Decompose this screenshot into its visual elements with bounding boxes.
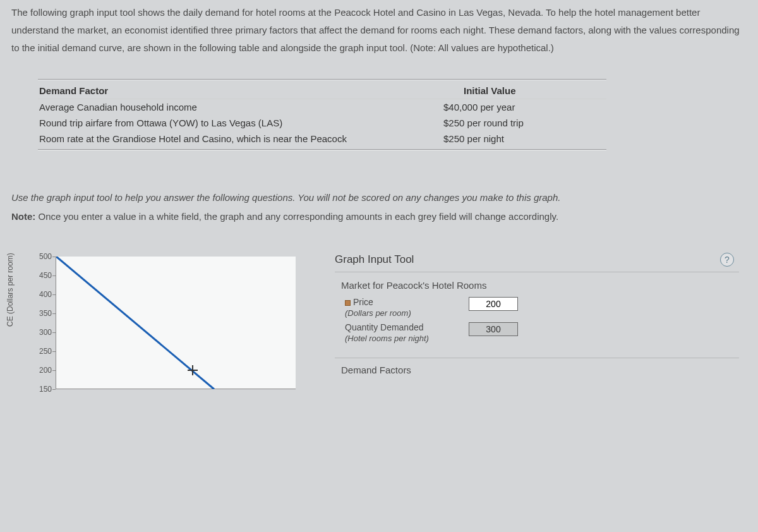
- factor-cell: Room rate at the Grandiose Hotel and Cas…: [39, 133, 443, 144]
- table-row: Average Canadian household income $40,00…: [38, 99, 606, 115]
- demand-factors-section-label: Demand Factors: [341, 365, 733, 375]
- factor-cell: Round trip airfare from Ottawa (YOW) to …: [39, 118, 443, 128]
- factor-cell: Average Canadian household income: [39, 102, 443, 112]
- y-tick-mark: [52, 389, 56, 390]
- price-input[interactable]: [469, 297, 518, 311]
- instruction-line-1: Use the graph input tool to help you ans…: [11, 188, 747, 207]
- table-header-row: Demand Factor Initial Value: [38, 83, 606, 99]
- quantity-field-row: Quantity Demanded (Hotel rooms per night…: [341, 322, 733, 344]
- intro-paragraph: The following graph input tool shows the…: [0, 0, 758, 56]
- graph-input-panel: Graph Input Tool ? Market for Peacock's …: [335, 253, 752, 398]
- price-label: Price (Dollars per room): [345, 297, 459, 318]
- y-tick-label: 350: [34, 309, 52, 318]
- table-row: Room rate at the Grandiose Hotel and Cas…: [38, 131, 606, 147]
- help-icon[interactable]: ?: [720, 253, 734, 267]
- y-tick-label: 400: [34, 290, 52, 299]
- table-row: Round trip airfare from Ottawa (YOW) to …: [38, 115, 606, 131]
- demand-chart[interactable]: CE (Dollars per room) 500450400350300250…: [13, 253, 310, 398]
- panel-subtitle: Market for Peacock's Hotel Rooms: [341, 280, 733, 291]
- y-axis-label: CE (Dollars per room): [6, 253, 15, 327]
- header-initial-value: Initial Value: [443, 85, 605, 96]
- panel-title: Graph Input Tool: [335, 253, 414, 266]
- value-cell: $40,000 per year: [443, 102, 605, 112]
- legend-square-icon: [345, 300, 351, 306]
- y-tick-label: 500: [34, 252, 52, 261]
- price-field-row: Price (Dollars per room): [341, 297, 733, 318]
- quantity-label: Quantity Demanded (Hotel rooms per night…: [345, 322, 459, 344]
- value-cell: $250 per night: [443, 133, 605, 144]
- demand-factors-table: Demand Factor Initial Value Average Cana…: [38, 79, 606, 150]
- header-demand-factor: Demand Factor: [39, 85, 443, 96]
- y-tick-label: 250: [34, 347, 52, 356]
- quantity-output: 300: [469, 322, 518, 336]
- plot-area[interactable]: [56, 257, 296, 389]
- chart-marker-icon[interactable]: [188, 365, 198, 375]
- note-text: Once you enter a value in a white field,…: [39, 211, 559, 222]
- instructions-block: Use the graph input tool to help you ans…: [11, 188, 747, 226]
- note-label: Note:: [11, 211, 39, 222]
- instruction-line-2: Note: Once you enter a value in a white …: [11, 207, 747, 226]
- value-cell: $250 per round trip: [443, 118, 605, 128]
- y-tick-label: 200: [34, 366, 52, 375]
- y-tick-label: 150: [34, 385, 52, 394]
- y-tick-label: 300: [34, 328, 52, 337]
- y-tick-label: 450: [34, 271, 52, 280]
